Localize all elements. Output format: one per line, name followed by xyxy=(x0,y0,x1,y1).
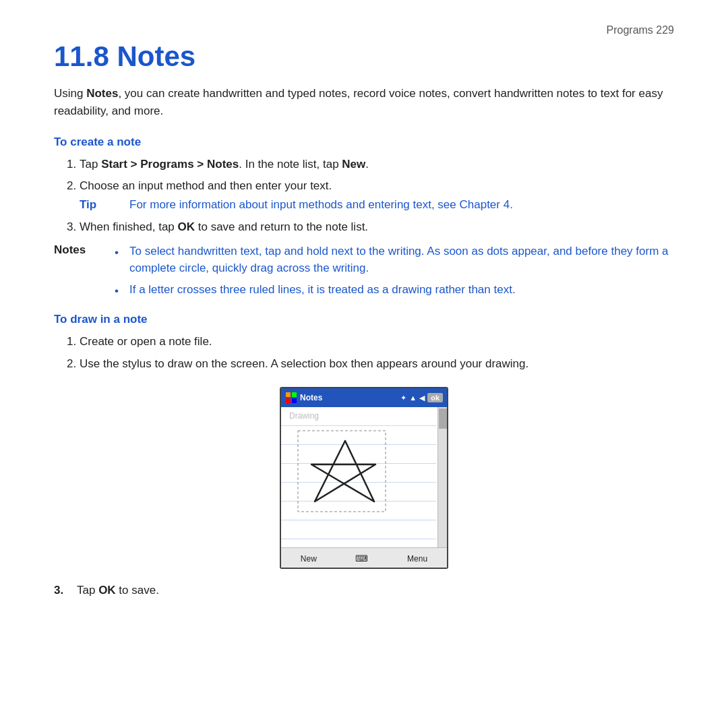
notes-label: Notes xyxy=(54,243,108,257)
page-title: 11.8 Notes xyxy=(54,40,674,73)
keyboard-icon[interactable]: ⌨ xyxy=(355,553,368,564)
windows-logo-icon xyxy=(285,392,297,404)
svg-rect-1 xyxy=(292,392,297,397)
notes-item-2: • If a letter crosses three ruled lines,… xyxy=(115,281,674,300)
draw-step-3-row: 3. Tap OK to save. xyxy=(54,584,674,597)
svg-rect-3 xyxy=(292,398,297,403)
section-heading-draw: To draw in a note xyxy=(54,313,674,326)
intro-paragraph: Using Notes, you can create handwritten … xyxy=(54,85,674,121)
step-2: Choose an input method and then enter yo… xyxy=(80,177,674,213)
notes-item-1: • To select handwritten text, tap and ho… xyxy=(115,243,674,277)
ok-button[interactable]: ok xyxy=(427,393,443,402)
scrollbar[interactable] xyxy=(437,407,447,547)
create-note-steps: Tap Start > Programs > Notes. In the not… xyxy=(80,156,674,236)
menu-button[interactable]: Menu xyxy=(407,554,427,564)
scrollbar-thumb[interactable] xyxy=(439,408,447,429)
titlebar-icons: ✦ ▲ ◀ ok xyxy=(400,393,443,402)
device-footer: New ⌨ Menu xyxy=(281,547,447,569)
tip-label: Tip xyxy=(80,196,120,214)
svg-rect-0 xyxy=(286,392,291,397)
notes-block: Notes • To select handwritten text, tap … xyxy=(54,243,674,304)
tip-text: For more information about input methods… xyxy=(129,196,513,214)
titlebar-left: Notes xyxy=(285,392,322,404)
page: Programs 229 11.8 Notes Using Notes, you… xyxy=(0,0,728,728)
notes-items: • To select handwritten text, tap and ho… xyxy=(115,243,674,304)
device-body: Drawing xyxy=(281,407,447,547)
step-3: When finished, tap OK to save and return… xyxy=(80,218,674,236)
drawing-label: Drawing xyxy=(289,411,319,421)
volume-icon: ◀ xyxy=(419,394,425,402)
handwriting-drawing xyxy=(295,427,396,522)
wifi-icon: ▲ xyxy=(409,394,417,402)
page-number: Programs 229 xyxy=(607,24,675,36)
section-heading-create: To create a note xyxy=(54,135,674,149)
draw-step-2: Use the stylus to draw on the screen. A … xyxy=(80,355,674,373)
svg-rect-2 xyxy=(286,398,291,403)
bullet-1: • xyxy=(115,244,127,262)
device-titlebar: Notes ✦ ▲ ◀ ok xyxy=(281,388,447,407)
draw-step-1: Create or open a note file. xyxy=(80,333,674,351)
device-title: Notes xyxy=(300,393,322,402)
step-1: Tap Start > Programs > Notes. In the not… xyxy=(80,156,674,173)
signal-icon: ✦ xyxy=(400,394,406,402)
step3-number: 3. xyxy=(54,584,74,597)
screenshot-wrapper: Notes ✦ ▲ ◀ ok xyxy=(54,379,674,577)
bullet-2: • xyxy=(115,282,127,300)
draw-note-steps: Create or open a note file. Use the styl… xyxy=(80,333,674,372)
draw-step-3: Tap OK to save. xyxy=(77,584,159,597)
device-screenshot: Notes ✦ ▲ ◀ ok xyxy=(280,387,448,569)
new-button[interactable]: New xyxy=(301,554,317,564)
